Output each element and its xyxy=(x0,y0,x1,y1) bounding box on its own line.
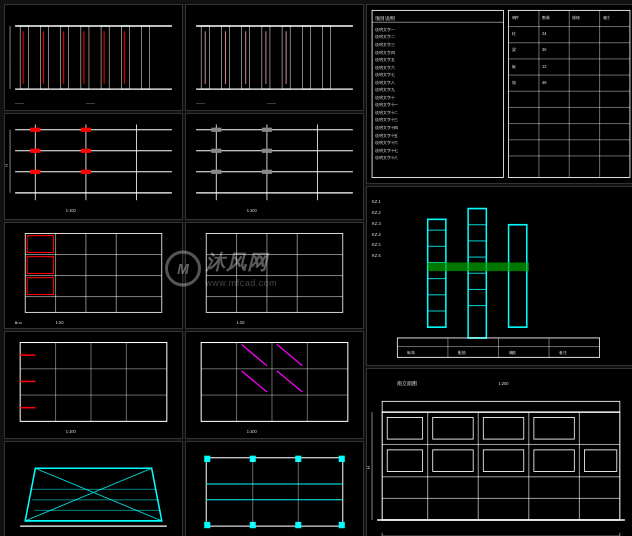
svg-rect-216 xyxy=(483,450,523,472)
svg-rect-120 xyxy=(339,521,345,527)
svg-text:48: 48 xyxy=(542,80,547,85)
svg-line-103 xyxy=(242,371,267,392)
svg-rect-222 xyxy=(534,417,574,439)
svg-rect-26 xyxy=(323,26,331,89)
svg-line-102 xyxy=(277,345,302,366)
svg-rect-214 xyxy=(387,450,422,472)
svg-rect-119 xyxy=(204,521,210,527)
svg-text:说明文字一: 说明文字一 xyxy=(375,27,394,32)
svg-rect-114 xyxy=(206,457,343,525)
svg-rect-62 xyxy=(211,170,221,174)
svg-rect-61 xyxy=(262,149,272,153)
svg-text:规格: 规格 xyxy=(572,15,580,20)
svg-text:说明文字三: 说明文字三 xyxy=(375,42,394,47)
svg-text:备注: 备注 xyxy=(559,350,567,355)
left-grid: ____ ____ xyxy=(4,4,364,536)
svg-rect-43 xyxy=(81,128,91,132)
svg-rect-73 xyxy=(27,257,53,274)
svg-text:KZ-1: KZ-1 xyxy=(372,199,381,204)
svg-text:说明文字十七: 说明文字十七 xyxy=(375,147,398,152)
svg-rect-44 xyxy=(30,149,40,153)
svg-rect-219 xyxy=(387,417,422,439)
svg-rect-117 xyxy=(204,455,210,461)
svg-rect-217 xyxy=(534,450,574,472)
svg-rect-218 xyxy=(584,450,616,472)
svg-rect-72 xyxy=(27,236,53,253)
svg-rect-5 xyxy=(101,26,109,89)
svg-text:箍筋: 箍筋 xyxy=(509,350,517,355)
svg-rect-63 xyxy=(262,170,272,174)
svg-text:南立面图: 南立面图 xyxy=(397,380,416,386)
svg-rect-85 xyxy=(20,343,167,422)
svg-text:说明文字六: 说明文字六 xyxy=(375,64,394,69)
svg-text:墙: 墙 xyxy=(511,80,516,85)
cad-panel-2: ____ ____ xyxy=(185,4,364,111)
svg-rect-60 xyxy=(211,149,221,153)
svg-line-108 xyxy=(25,468,151,521)
svg-text:说明文字九: 说明文字九 xyxy=(375,87,394,92)
svg-text:说明文字八: 说明文字八 xyxy=(375,80,394,85)
svg-text:数量: 数量 xyxy=(542,15,550,20)
svg-text:24: 24 xyxy=(542,31,547,36)
cad-panel-10: 1:150 xyxy=(185,441,364,536)
svg-rect-2 xyxy=(40,26,48,89)
right-bot-panel: L=xxxx H 南立面图 1:200 xyxy=(366,368,632,536)
svg-marker-106 xyxy=(25,468,162,521)
svg-text:1:100: 1:100 xyxy=(66,208,77,213)
svg-rect-182 xyxy=(509,225,527,327)
svg-text:____: ____ xyxy=(195,99,206,104)
svg-text:标高: 标高 xyxy=(406,350,415,355)
svg-text:配筋: 配筋 xyxy=(458,350,466,355)
svg-text:说明文字十: 说明文字十 xyxy=(375,95,394,100)
svg-text:H: H xyxy=(5,164,9,166)
svg-line-101 xyxy=(242,345,267,366)
svg-rect-1 xyxy=(20,26,28,89)
svg-text:说明文字十六: 说明文字十六 xyxy=(375,140,398,145)
svg-text:说明文字七: 说明文字七 xyxy=(375,72,394,77)
svg-text:说明文字四: 说明文字四 xyxy=(375,49,394,54)
svg-text:柱: 柱 xyxy=(512,31,516,36)
svg-rect-95 xyxy=(201,343,348,422)
svg-rect-4 xyxy=(81,26,89,89)
svg-rect-7 xyxy=(142,26,150,89)
svg-line-107 xyxy=(35,468,161,521)
svg-text:说明文字十二: 说明文字十二 xyxy=(375,110,398,115)
svg-text:1:100: 1:100 xyxy=(247,429,258,434)
svg-rect-46 xyxy=(30,170,40,174)
svg-rect-223 xyxy=(382,401,620,412)
svg-rect-3 xyxy=(61,26,69,89)
svg-text:说明文字十五: 说明文字十五 xyxy=(375,132,398,137)
svg-rect-25 xyxy=(302,26,310,89)
cad-panel-4: 1:100 xyxy=(185,113,364,220)
cad-panel-1: ____ ____ xyxy=(4,4,183,111)
svg-text:1:200: 1:200 xyxy=(498,381,509,386)
svg-text:说明文字二: 说明文字二 xyxy=(375,34,394,39)
svg-text:____: ____ xyxy=(85,99,96,104)
svg-text:KZ-4: KZ-4 xyxy=(372,231,381,236)
svg-rect-58 xyxy=(211,128,221,132)
svg-rect-195 xyxy=(428,262,529,271)
svg-text:梁: 梁 xyxy=(512,47,516,52)
right-top-panel: 项目说明 说明文字一 说明文字二 说明文字三 说明文字四 说明文字五 说明文字六… xyxy=(366,4,632,184)
svg-rect-74 xyxy=(27,278,53,295)
svg-text:____: ____ xyxy=(14,99,25,104)
svg-rect-6 xyxy=(121,26,129,89)
svg-line-104 xyxy=(277,371,302,392)
svg-text:KZ-6: KZ-6 xyxy=(372,253,381,258)
svg-text:1:100: 1:100 xyxy=(247,208,258,213)
cad-panel-8: 1:100 xyxy=(185,331,364,438)
svg-text:说明文字十八: 说明文字十八 xyxy=(375,155,398,160)
svg-text:A=xx: A=xx xyxy=(15,321,22,325)
svg-rect-215 xyxy=(433,450,473,472)
svg-text:____: ____ xyxy=(266,99,277,104)
svg-text:1:100: 1:100 xyxy=(66,429,77,434)
svg-rect-42 xyxy=(30,128,40,132)
svg-rect-118 xyxy=(339,455,345,461)
cad-panel-6: 1:50 xyxy=(185,222,364,329)
cad-panel-9: 1:200 xyxy=(4,441,183,536)
svg-text:说明文字十一: 说明文字十一 xyxy=(375,102,398,107)
svg-text:说明文字五: 说明文字五 xyxy=(375,57,394,62)
svg-rect-59 xyxy=(262,128,272,132)
svg-text:H: H xyxy=(367,466,371,469)
main-container: ____ ____ xyxy=(0,0,632,536)
